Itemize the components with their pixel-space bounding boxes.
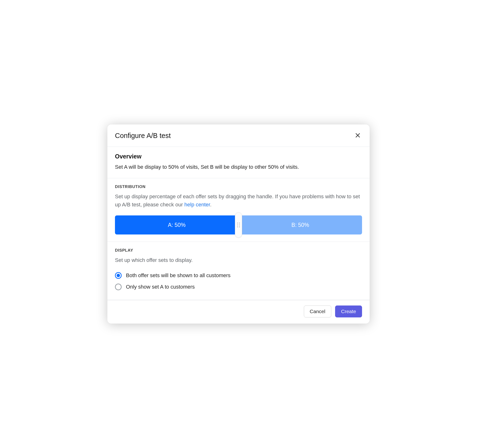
distribution-section: DISTRIBUTION Set up display percentage o… bbox=[107, 178, 370, 242]
distribution-desc-text: Set up display percentage of each offer … bbox=[115, 193, 360, 208]
distribution-label: DISTRIBUTION bbox=[115, 184, 362, 189]
distribution-slider[interactable]: A: 50% B: 50% bbox=[115, 215, 362, 234]
help-center-link[interactable]: help center bbox=[184, 202, 210, 208]
radio-icon bbox=[115, 284, 122, 290]
distribution-description: Set up display percentage of each offer … bbox=[115, 192, 362, 209]
radio-label: Both offer sets will be shown to all cus… bbox=[126, 272, 231, 279]
distribution-desc-after: . bbox=[210, 202, 212, 208]
slider-segment-b: B: 50% bbox=[238, 215, 362, 234]
cancel-button[interactable]: Cancel bbox=[304, 305, 331, 317]
slider-segment-a: A: 50% bbox=[115, 215, 238, 234]
display-radio-group: Both offer sets will be shown to all cus… bbox=[115, 270, 362, 293]
overview-section: Overview Set A will be display to 50% of… bbox=[107, 147, 370, 178]
display-description: Set up which offer sets to display. bbox=[115, 256, 362, 264]
slider-a-label: A: 50% bbox=[168, 222, 185, 228]
modal-footer: Cancel Create bbox=[107, 300, 370, 324]
slider-handle[interactable] bbox=[235, 212, 242, 238]
slider-b-label: B: 50% bbox=[292, 222, 309, 228]
radio-option-set-a-only[interactable]: Only show set A to customers bbox=[115, 281, 362, 293]
create-button[interactable]: Create bbox=[335, 305, 362, 317]
configure-ab-test-modal: Configure A/B test Overview Set A will b… bbox=[107, 124, 370, 323]
display-label: DISPLAY bbox=[115, 248, 362, 253]
display-section: DISPLAY Set up which offer sets to displ… bbox=[107, 242, 370, 300]
overview-text: Set A will be display to 50% of visits, … bbox=[115, 163, 362, 171]
drag-handle-icon bbox=[237, 223, 240, 227]
modal-title: Configure A/B test bbox=[115, 132, 171, 140]
close-button[interactable] bbox=[353, 131, 362, 140]
modal-header: Configure A/B test bbox=[107, 124, 370, 147]
radio-icon bbox=[115, 272, 122, 279]
overview-heading: Overview bbox=[115, 153, 362, 160]
radio-option-both-sets[interactable]: Both offer sets will be shown to all cus… bbox=[115, 270, 362, 281]
close-icon bbox=[354, 132, 361, 139]
radio-label: Only show set A to customers bbox=[126, 284, 195, 290]
